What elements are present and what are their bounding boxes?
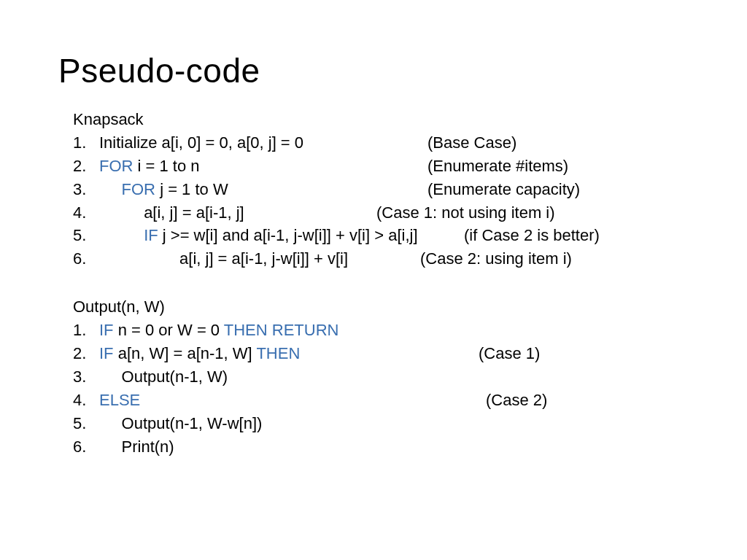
code-line: 6. Print(n) [73,435,689,459]
keyword-if: IF [144,226,158,244]
code-comment: (Enumerate capacity) [427,178,689,201]
pseudocode-block-2: Output(n, W) 1. IF n = 0 or W = 0 THEN R… [73,295,689,458]
line-number: 3. [73,365,99,389]
code-text: IF n = 0 or W = 0 THEN RETURN [99,319,427,342]
block1-heading: Knapsack [73,108,689,131]
code-line: 1. IF n = 0 or W = 0 THEN RETURN [73,319,689,342]
code-text: Output(n-1, W) [99,365,427,389]
keyword-if: IF [99,344,114,362]
code-line: 5. IF j >= w[i] and a[i-1, j-w[i]] + v[i… [73,224,689,247]
code-text: FOR j = 1 to W [99,178,427,201]
line-number: 5. [73,412,99,435]
code-line: 2. FOR i = 1 to n (Enumerate #items) [73,155,689,178]
keyword-for: FOR [99,157,133,175]
line-number: 2. [73,342,99,365]
line-number: 1. [73,319,99,342]
slide: Pseudo-code Knapsack 1. Initialize a[i, … [0,0,747,487]
code-line: 1. Initialize a[i, 0] = 0, a[0, j] = 0 (… [73,131,689,155]
keyword-for: FOR [122,180,155,198]
code-comment: (Base Case) [427,131,689,155]
code-text: FOR i = 1 to n [99,155,427,178]
code-line: 6. a[i, j] = a[i-1, j-w[i]] + v[i] (Case… [73,247,689,271]
keyword-then-return: THEN RETURN [224,321,339,339]
code-text: Initialize a[i, 0] = 0, a[0, j] = 0 [99,131,427,155]
code-comment: (Case 1: not using item i) [376,201,689,225]
code-text: a[i, j] = a[i-1, j] [99,201,376,225]
keyword-if: IF [99,321,114,339]
line-number: 6. [73,247,99,271]
code-line: 3. FOR j = 1 to W (Enumerate capacity) [73,178,689,201]
code-line: 2. IF a[n, W] = a[n-1, W] THEN (Case 1) [73,342,689,365]
slide-title: Pseudo-code [58,51,689,90]
keyword-else: ELSE [99,391,140,409]
code-text: IF a[n, W] = a[n-1, W] THEN [99,342,479,365]
line-number: 3. [73,178,99,201]
code-comment: (if Case 2 is better) [464,224,689,247]
line-number: 4. [73,201,99,225]
code-line: 4. ELSE (Case 2) [73,389,689,412]
line-number: 1. [73,131,99,155]
pseudocode-block-1: Knapsack 1. Initialize a[i, 0] = 0, a[0,… [73,108,689,271]
code-text: IF j >= w[i] and a[i-1, j-w[i]] + v[i] >… [99,224,464,247]
code-text: Print(n) [99,435,427,459]
block2-heading: Output(n, W) [73,295,689,319]
keyword-then: THEN [256,344,300,362]
code-comment: (Enumerate #items) [427,155,689,178]
code-text: ELSE [99,389,486,412]
code-text: Output(n-1, W-w[n]) [99,412,427,435]
code-comment: (Case 1) [479,342,689,365]
code-comment: (Case 2: using item i) [420,247,689,271]
line-number: 2. [73,155,99,178]
code-text: a[i, j] = a[i-1, j-w[i]] + v[i] [99,247,420,271]
code-line: 4. a[i, j] = a[i-1, j] (Case 1: not usin… [73,201,689,225]
code-line: 3. Output(n-1, W) [73,365,689,389]
code-comment: (Case 2) [486,389,689,412]
line-number: 4. [73,389,99,412]
line-number: 6. [73,435,99,459]
code-line: 5. Output(n-1, W-w[n]) [73,412,689,435]
line-number: 5. [73,224,99,247]
